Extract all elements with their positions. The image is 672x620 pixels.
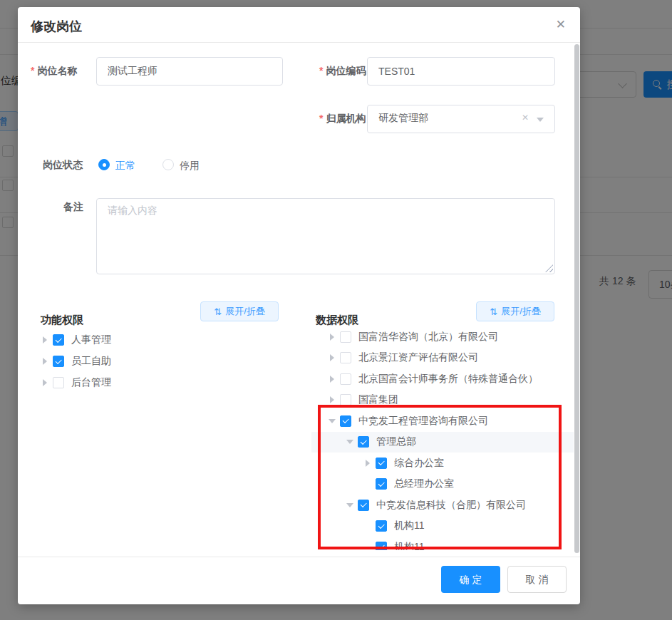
tree-item[interactable]: 机构11	[311, 537, 574, 550]
data-permission-title: 数据权限	[316, 314, 358, 327]
tree-item[interactable]: 国富集团	[311, 390, 574, 411]
remark-textarea[interactable]: 请输入内容	[96, 198, 555, 274]
dialog-header: 修改岗位 ✕	[18, 7, 580, 43]
tree-item[interactable]: 人事管理	[38, 329, 273, 351]
scrollbar-thumb[interactable]	[574, 44, 579, 553]
tree-item-label: 北京景江资产评估有限公司	[358, 351, 478, 364]
function-expand-collapse-button[interactable]: ⇅ 展开/折叠	[200, 301, 279, 321]
checkbox[interactable]	[340, 352, 351, 363]
edit-position-dialog: 修改岗位 ✕ *岗位名称 *岗位编码 *归属机构 研发管理部 ✕ 岗位状态 正常…	[18, 7, 580, 604]
caret-expanded-icon[interactable]	[328, 417, 336, 425]
position-name-input[interactable]	[96, 57, 283, 86]
org-select[interactable]: 研发管理部 ✕	[367, 105, 555, 133]
tree-item[interactable]: 北京景江资产评估有限公司	[311, 348, 574, 369]
tree-item-label: 机构11	[394, 541, 425, 550]
tree-item-label: 国富浩华咨询（北京）有限公司	[358, 331, 498, 343]
tree-item[interactable]: 北京国富会计师事务所（特殊普通合伙）	[311, 368, 574, 390]
position-code-input[interactable]	[367, 57, 555, 86]
required-asterisk: *	[31, 65, 34, 76]
required-asterisk: *	[319, 65, 323, 76]
tree-item[interactable]: 员工自助	[38, 351, 273, 372]
org-label: *归属机构	[319, 113, 366, 125]
caret-collapsed-icon[interactable]	[328, 396, 336, 404]
tree-item[interactable]: 中竞发信息科技（合肥）有限公司	[311, 495, 574, 516]
tree-item-label: 国富集团	[358, 393, 398, 406]
data-permission-tree: 国富浩华咨询（北京）有限公司北京景江资产评估有限公司北京国富会计师事务所（特殊普…	[311, 326, 574, 550]
checkbox[interactable]	[53, 377, 64, 388]
cancel-button[interactable]: 取 消	[507, 566, 567, 593]
caret-collapsed-icon[interactable]	[41, 378, 49, 387]
remark-placeholder: 请输入内容	[108, 205, 157, 217]
caret-collapsed-icon[interactable]	[41, 336, 49, 344]
tree-item[interactable]: 机构11	[311, 516, 574, 537]
caret-expanded-icon[interactable]	[346, 501, 354, 510]
tree-item-label: 中竞发工程管理咨询有限公司	[358, 415, 488, 428]
tree-item[interactable]: 综合办公室	[311, 453, 574, 474]
tree-item[interactable]: 中竞发工程管理咨询有限公司	[311, 410, 574, 432]
radio-status-normal[interactable]	[98, 159, 110, 170]
tree-item[interactable]: 国富浩华咨询（北京）有限公司	[311, 326, 574, 348]
radio-status-disabled[interactable]	[162, 159, 174, 170]
caret-collapsed-icon[interactable]	[328, 333, 336, 341]
caret-collapsed-icon[interactable]	[328, 353, 336, 362]
dialog-title: 修改岗位	[31, 18, 82, 35]
tree-item[interactable]: 管理总部	[311, 432, 574, 453]
status-label: 岗位状态	[43, 159, 83, 172]
tree-item-label: 管理总部	[376, 435, 416, 448]
position-name-label: *岗位名称	[31, 65, 77, 78]
tree-item-label: 北京国富会计师事务所（特殊普通合伙）	[358, 373, 538, 386]
sort-arrows-icon: ⇅	[214, 307, 222, 316]
caret-placeholder	[363, 543, 372, 550]
required-asterisk: *	[319, 113, 323, 124]
checkbox[interactable]	[376, 478, 387, 490]
confirm-button[interactable]: 确 定	[441, 566, 500, 593]
dialog-footer: 确 定 取 消	[18, 557, 580, 604]
radio-status-disabled-label[interactable]: 停用	[180, 160, 200, 172]
tree-item[interactable]: 后台管理	[38, 372, 273, 393]
tree-item-label: 后台管理	[71, 376, 111, 389]
clear-icon[interactable]: ✕	[522, 113, 529, 123]
tree-item-label: 综合办公室	[394, 457, 444, 470]
caret-collapsed-icon[interactable]	[41, 357, 49, 366]
select-caret-icon[interactable]	[537, 118, 544, 122]
checkbox[interactable]	[376, 458, 387, 469]
checkbox[interactable]	[53, 356, 64, 367]
function-permission-tree: 人事管理员工自助后台管理	[38, 329, 273, 393]
data-expand-collapse-button[interactable]: ⇅ 展开/折叠	[476, 301, 554, 321]
page: 岗位编码 + 新增 搜索 共 12 条 10条/页 修改岗位 ✕ *岗位名称 *…	[0, 0, 672, 620]
checkbox[interactable]	[340, 394, 351, 405]
caret-collapsed-icon[interactable]	[328, 375, 336, 383]
tree-item-label: 人事管理	[71, 334, 111, 346]
caret-collapsed-icon[interactable]	[363, 459, 372, 467]
checkbox[interactable]	[340, 373, 351, 385]
tree-item[interactable]: 总经理办公室	[311, 474, 574, 495]
caret-placeholder	[363, 522, 372, 530]
checkbox[interactable]	[340, 331, 351, 343]
checkbox[interactable]	[340, 415, 351, 427]
checkbox[interactable]	[376, 520, 387, 532]
resize-grip-icon[interactable]	[545, 264, 553, 272]
checkbox[interactable]	[376, 542, 387, 550]
tree-item-label: 总经理办公室	[394, 477, 454, 490]
radio-status-normal-label[interactable]: 正常	[115, 160, 135, 172]
checkbox[interactable]	[358, 436, 369, 448]
checkbox[interactable]	[358, 500, 369, 511]
sort-arrows-icon: ⇅	[490, 307, 497, 316]
close-icon[interactable]: ✕	[556, 19, 566, 31]
org-select-value: 研发管理部	[378, 112, 428, 125]
remark-label: 备注	[63, 201, 83, 214]
position-code-label: *岗位编码	[319, 65, 366, 78]
function-permission-title: 功能权限	[41, 314, 83, 327]
caret-placeholder	[363, 480, 372, 488]
tree-item-label: 中竞发信息科技（合肥）有限公司	[376, 499, 526, 512]
tree-item-label: 员工自助	[71, 355, 111, 368]
tree-item-label: 机构11	[394, 520, 425, 532]
checkbox[interactable]	[53, 334, 64, 346]
caret-expanded-icon[interactable]	[346, 438, 354, 446]
